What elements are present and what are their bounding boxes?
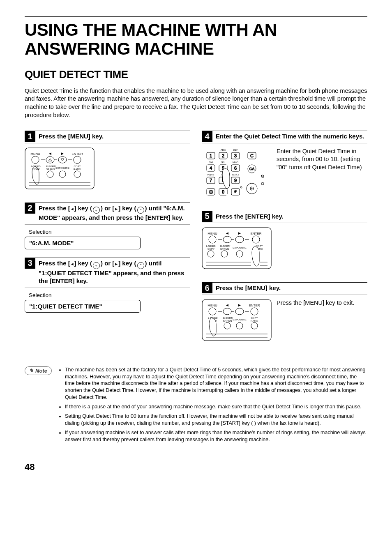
svg-text:DEF: DEF: [233, 149, 238, 151]
left-arrow-icon: ◄: [70, 207, 74, 211]
svg-point-99: [223, 308, 231, 315]
svg-point-5: [32, 156, 39, 164]
svg-point-86: [221, 251, 228, 257]
lcd-display: "6:A.M. MODE": [25, 237, 141, 249]
svg-text:MENU: MENU: [208, 304, 217, 307]
step-title: Press the [MENU] key.: [39, 131, 104, 143]
svg-text:9: 9: [234, 178, 237, 183]
svg-text:WXYZ: WXYZ: [232, 173, 239, 176]
text: ) or [: [101, 205, 114, 212]
svg-text:RATIO: RATIO: [251, 320, 258, 322]
svg-text:C: C: [250, 153, 254, 158]
text: Press the [: [39, 205, 70, 212]
svg-text:►: ►: [60, 151, 65, 156]
text: ] key (: [74, 260, 92, 267]
pencil-icon: ✎: [29, 368, 34, 374]
text: Setting Quiet Detect Time to 00 turns th…: [65, 413, 354, 426]
svg-point-20: [59, 171, 66, 177]
step-number: 6: [202, 283, 212, 293]
svg-text:SP.FUN: SP.FUN: [46, 168, 55, 170]
step-number: 4: [202, 131, 212, 142]
step-1: 1 Press the [MENU] key. MENU ◄ ► ENTER: [25, 131, 190, 194]
svg-text:◄: ◄: [225, 303, 229, 307]
note-item: Setting Quiet Detect Time to 00 turns th…: [65, 413, 367, 427]
svg-text:E-SORT/: E-SORT/: [46, 165, 56, 168]
svg-point-113: [251, 322, 258, 329]
step-3: 3 Press the [◄] key (⌄) or [►] key (⌃) u…: [25, 258, 190, 313]
svg-point-112: [236, 322, 243, 329]
svg-text:COPY: COPY: [251, 317, 258, 319]
svg-text:SP.FUN: SP.FUN: [220, 248, 229, 250]
svg-text:E-SORT/: E-SORT/: [220, 245, 231, 247]
svg-text:4: 4: [210, 166, 212, 170]
svg-text:3: 3: [234, 153, 237, 158]
text: ] key (: [118, 205, 136, 212]
svg-text:✱: ✱: [209, 189, 213, 195]
svg-point-71: [209, 236, 216, 243]
page-number: 48: [25, 462, 367, 472]
button-glyph-icon: ⌄: [93, 262, 100, 269]
svg-text:◄: ◄: [225, 231, 229, 235]
subtitle: QUIET DETECT TIME: [25, 68, 367, 81]
svg-text:RATIO: RATIO: [74, 168, 81, 170]
svg-text:SP.FUN: SP.FUN: [223, 320, 232, 322]
svg-point-75: [235, 236, 244, 243]
step-title: Enter the Quiet Detect Time with the num…: [216, 131, 364, 143]
svg-text:2-SIDED: 2-SIDED: [206, 245, 216, 247]
note-label: Note: [35, 368, 47, 374]
text: ] key (: [74, 205, 92, 212]
svg-text:7: 7: [210, 178, 212, 183]
svg-text:COPY: COPY: [208, 248, 214, 250]
step-body-text: Enter the Quiet Detect Time in seconds, …: [277, 147, 367, 203]
svg-text:2: 2: [222, 153, 224, 158]
page-title: USING THE MACHINE WITH AN ANSWERING MACH…: [25, 21, 367, 58]
svg-point-9: [58, 157, 67, 163]
text: Press the [: [39, 260, 70, 267]
step-2: 2 Press the [◄] key (⌄) or [►] key (⌃) u…: [25, 203, 190, 249]
note-item: If your answering machine is set to answ…: [65, 429, 367, 443]
svg-text:#: #: [234, 189, 236, 193]
svg-text:MENU: MENU: [30, 152, 40, 156]
control-panel-diagram: MENU ◄ ► ENTER 2-SIDED COPY E-SORT/: [202, 227, 367, 274]
svg-point-101: [235, 308, 244, 315]
svg-point-103: [251, 308, 258, 315]
svg-text:6: 6: [234, 166, 237, 170]
svg-point-62: [240, 187, 242, 188]
svg-point-65: [261, 182, 264, 185]
step-body-text: Press the [MENU] key to exit.: [277, 299, 354, 346]
text: ) or [: [101, 260, 114, 267]
svg-text:◄: ◄: [48, 151, 52, 156]
step-number: 3: [25, 258, 35, 269]
control-panel-diagram: MENU ◄ ► ENTER 2-SIDED CO: [202, 299, 272, 346]
step-title: Press the [MENU] key.: [216, 283, 281, 295]
svg-text:EXPOSURE: EXPOSURE: [233, 318, 246, 321]
svg-text:►: ►: [238, 231, 242, 235]
svg-text:0: 0: [222, 189, 224, 194]
text: ] key (: [118, 260, 136, 267]
svg-point-19: [47, 171, 53, 177]
svg-text:MNO: MNO: [233, 161, 238, 164]
svg-text:E-SORT/: E-SORT/: [223, 317, 233, 319]
svg-point-111: [224, 322, 231, 329]
svg-text:EXPOSURE: EXPOSURE: [233, 246, 246, 249]
svg-text:CA: CA: [249, 167, 255, 171]
svg-text:EXPOSURE: EXPOSURE: [55, 167, 69, 169]
svg-text:ENTER: ENTER: [249, 304, 260, 307]
numeric-keypad-diagram: ABC DEF 1 2 3 C GHI JKL: [202, 147, 272, 203]
intro-paragraph: Quiet Detect Time is the function that e…: [25, 87, 367, 119]
step-6: 6 Press the [MENU] key. MENU ◄ ► ENTER: [202, 282, 367, 346]
step-number: 1: [25, 131, 35, 142]
selection-label: Selection: [25, 229, 190, 235]
note-badge: ✎Note: [25, 366, 52, 375]
note-item: The machine has been set at the factory …: [65, 366, 367, 401]
control-panel-diagram: MENU ◄ ► ENTER 2-SIDED: [25, 147, 190, 194]
step-5: 5 Press the [ENTER] key. MENU ◄ ► ENTER: [202, 211, 367, 274]
step-title: Press the [ENTER] key.: [216, 211, 284, 223]
note-list: The machine has been set at the factory …: [58, 366, 367, 446]
step-4: 4 Enter the Quiet Detect Time with the n…: [202, 131, 367, 203]
step-number: 5: [202, 211, 212, 222]
svg-text:MENU: MENU: [208, 232, 217, 235]
svg-text:COPY: COPY: [256, 245, 263, 247]
svg-text:1: 1: [210, 153, 212, 158]
svg-point-21: [74, 171, 81, 177]
